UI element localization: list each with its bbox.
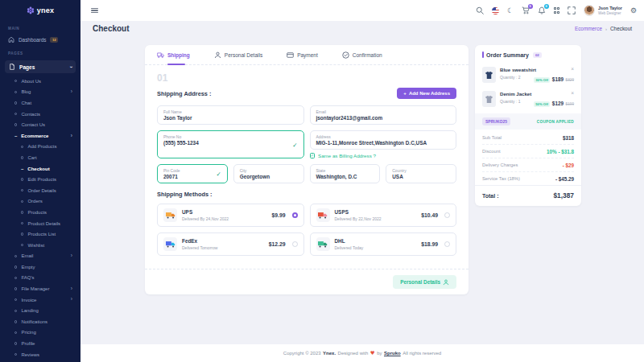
sidebar-item-empty[interactable]: Empty: [0, 261, 80, 273]
phone-field[interactable]: Phone No (555) 555-1234 ✓: [157, 130, 304, 158]
sidebar-item-dashboards[interactable]: Dashboards 12: [0, 33, 80, 46]
bullet-icon: [21, 222, 23, 224]
sidebar-item-landing[interactable]: Landing: [0, 305, 80, 316]
sidebar-item-blog[interactable]: Blog›: [0, 87, 80, 98]
tab-label: Confirmation: [353, 52, 382, 58]
field-label: Email: [316, 109, 451, 114]
add-new-address-button[interactable]: + Add New Address: [397, 88, 456, 99]
sidebar-item-contact-us[interactable]: Contact Us: [0, 119, 80, 130]
method-price: $18.99: [421, 241, 440, 247]
footer-brand: Ynex.: [323, 351, 336, 356]
cart-icon[interactable]: 5: [522, 6, 530, 14]
bullet-icon: [21, 200, 23, 203]
user-profile-chip[interactable]: Json Taylor Web Designer: [584, 5, 622, 16]
apps-grid-icon[interactable]: [554, 7, 559, 13]
sidebar-item-label: Blog: [21, 89, 31, 94]
city-field[interactable]: City Georgetown: [233, 164, 304, 183]
address-field[interactable]: Address MIG-1-11,Monroe Street,Washingto…: [310, 130, 457, 150]
field-value: Json Taylor: [163, 115, 298, 121]
coupon-code-chip[interactable]: SPRUKO25: [482, 117, 510, 125]
sidebar-item-pages[interactable]: Pages ›: [5, 60, 76, 73]
dark-mode-icon[interactable]: ☾: [507, 6, 514, 14]
chevron-right-icon: ›: [71, 89, 72, 95]
sidebar-item-about-us[interactable]: About Us: [0, 76, 80, 87]
sidebar-item-edit-products[interactable]: Edit Products: [0, 174, 80, 185]
sidebar-item-orders[interactable]: Orders: [0, 196, 80, 208]
sidebar-item-wishlist[interactable]: Wishlist: [0, 240, 80, 251]
settings-gear-icon[interactable]: ⚙: [630, 6, 637, 14]
sidebar-item-add-products[interactable]: Add Products: [0, 142, 80, 153]
button-label: Personal Details: [400, 279, 440, 285]
checkbox-label: Same as Billing Address ?: [318, 153, 376, 158]
radio-unselected-icon[interactable]: [292, 241, 298, 247]
sidebar-item-label: Ecommerce: [21, 134, 48, 138]
state-field[interactable]: State Washington, D.C: [310, 164, 381, 183]
radio-unselected-icon[interactable]: [444, 212, 450, 218]
menu-toggle-icon[interactable]: [91, 8, 98, 14]
sidebar-item-reviews[interactable]: Reviews: [0, 349, 80, 360]
same-as-billing-checkbox[interactable]: ✓ Same as Billing Address ?: [310, 153, 457, 158]
sidebar-item-chat[interactable]: Chat: [0, 97, 80, 109]
total-row: Total : $1,387: [475, 185, 581, 206]
tab-shipping[interactable]: Shipping: [157, 45, 190, 64]
sidebar-item-notifications[interactable]: Notifications: [0, 316, 80, 327]
tab-payment[interactable]: Payment: [287, 45, 318, 64]
shipping-method-fedex[interactable]: FedEx Delivered Tomorrow $12.29: [157, 232, 304, 256]
jacket-image: [485, 95, 493, 104]
bullet-icon: [14, 287, 17, 290]
fullscreen-icon[interactable]: [568, 6, 576, 14]
order-item-denim-jacket: Denim Jacket Quantity : 1 × 50% Off $129…: [475, 87, 581, 111]
bullet-icon: [21, 189, 23, 191]
flower-logo-icon: [27, 6, 35, 14]
radio-unselected-icon[interactable]: [444, 241, 450, 247]
full-name-field[interactable]: Full Name Json Taylor: [157, 105, 304, 125]
sidebar-item-label: Pricing: [21, 330, 35, 335]
remove-item-icon[interactable]: ×: [571, 91, 574, 97]
pin-code-field[interactable]: Pin Code 20071 ✓: [157, 164, 228, 183]
sidebar-item-contacts[interactable]: Contacts: [0, 109, 80, 120]
shipping-method-ups[interactable]: UPS Delivered By 24,Nov 2022 $9.99: [157, 204, 304, 227]
fedex-truck-icon: [163, 237, 177, 251]
bullet-icon: [14, 342, 17, 344]
breadcrumb-ecommerce[interactable]: Ecommerce: [575, 26, 602, 31]
search-icon[interactable]: [476, 6, 484, 14]
personal-details-next-button[interactable]: Personal Details: [393, 275, 456, 289]
product-thumbnail: [482, 91, 496, 107]
footer-author-link[interactable]: Spruko: [384, 351, 401, 356]
order-summary-card: Order Summary 02 Blue sweatshirt Quantit…: [475, 45, 581, 206]
method-delivery: Delivered By 24,Nov 2022: [182, 216, 229, 221]
sidebar-item-cart[interactable]: Cart: [0, 152, 80, 163]
tab-personal-details[interactable]: Personal Details: [214, 45, 262, 64]
tab-confirmation[interactable]: Confirmation: [342, 45, 382, 64]
country-field[interactable]: Country USA: [386, 164, 456, 183]
sidebar-item-label: Orders: [27, 199, 42, 204]
footer-designed: Designed with: [338, 351, 369, 356]
brand-logo[interactable]: ynex: [0, 0, 80, 21]
method-delivery: Delivered By 22,Nov 2022: [335, 216, 382, 221]
sidebar-item-order-details[interactable]: Order Details: [0, 185, 80, 196]
email-field[interactable]: Email jsontaylor2413@gmail.com: [310, 105, 457, 125]
sidebar-item-checkout[interactable]: –Checkout: [0, 163, 80, 175]
sidebar-item-products[interactable]: Products: [0, 207, 80, 218]
sidebar-item-product-details[interactable]: Product Details: [0, 218, 80, 229]
radio-selected-icon[interactable]: [292, 212, 298, 218]
row-label: Service Tax (18%): [482, 176, 520, 181]
sidebar-item-invoice[interactable]: Invoice›: [0, 294, 80, 306]
remove-item-icon[interactable]: ×: [571, 67, 574, 72]
checkbox-check-icon: ✓: [310, 153, 316, 158]
sidebar-item-label: Add Products: [27, 144, 56, 149]
sidebar-item-ecommerce[interactable]: –Ecommerce›: [0, 130, 80, 142]
plus-icon: +: [403, 91, 407, 96]
row-value: $318: [563, 135, 574, 141]
sidebar-item-email[interactable]: Email›: [0, 251, 80, 262]
sidebar-item-pricing[interactable]: Pricing: [0, 327, 80, 339]
sidebar-item-products-list[interactable]: Products List: [0, 228, 80, 240]
shipping-method-dhl[interactable]: DHL Delivered Today $18.99: [310, 232, 457, 256]
sidebar-item-profile[interactable]: Profile: [0, 338, 80, 349]
sidebar-item-faqs[interactable]: FAQ's: [0, 273, 80, 284]
notifications-bell-icon[interactable]: 0: [538, 6, 546, 14]
shipping-method-usps[interactable]: USPS Delivered By 22,Nov 2022 $10.49: [310, 204, 457, 227]
sidebar-item-file-manager[interactable]: File Manager›: [0, 283, 80, 294]
country-flag-icon[interactable]: [492, 7, 499, 14]
method-price: $10.49: [421, 212, 440, 218]
